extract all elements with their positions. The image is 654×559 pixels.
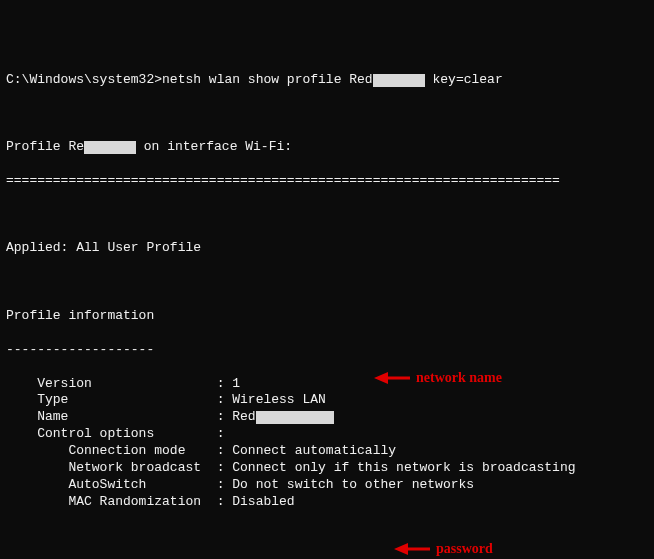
- blank: [6, 207, 648, 224]
- kv-value: 1: [232, 376, 240, 391]
- kv-label: Version :: [6, 376, 232, 391]
- annotation-label: network name: [416, 369, 502, 387]
- kv-value: Connect only if this network is broadcas…: [232, 460, 575, 475]
- kv-row: Version : 1: [6, 376, 648, 393]
- kv-label: Name :: [6, 409, 232, 424]
- kv-row: Name : Red: [6, 409, 648, 426]
- blank: [6, 105, 648, 122]
- kv-label: AutoSwitch :: [6, 477, 232, 492]
- kv-row: Control options :: [6, 426, 648, 443]
- redacted-block: [84, 141, 136, 154]
- kv-label: Network broadcast :: [6, 460, 232, 475]
- kv-value: Do not switch to other networks: [232, 477, 474, 492]
- cmd-suffix: key=clear: [425, 72, 503, 87]
- redacted-block: [256, 411, 334, 424]
- kv-value: Red: [232, 409, 255, 424]
- kv-row: Network broadcast : Connect only if this…: [6, 460, 648, 477]
- kv-label: MAC Randomization :: [6, 494, 232, 509]
- kv-label: Control options :: [6, 426, 232, 441]
- profile-suffix: on interface Wi-Fi:: [136, 139, 292, 154]
- annotation-label: password: [436, 540, 493, 558]
- cmd-prefix: netsh wlan show profile Red: [162, 72, 373, 87]
- annotation-network-name: network name: [374, 369, 502, 387]
- arrow-left-icon: [394, 541, 430, 557]
- kv-row: Type : Wireless LAN: [6, 392, 648, 409]
- kv-row: MAC Randomization : Disabled: [6, 494, 648, 511]
- profile-prefix: Profile Re: [6, 139, 84, 154]
- kv-label: Connection mode :: [6, 443, 232, 458]
- profile-rows: Version : 1 Type : Wireless LAN Name : R…: [6, 376, 648, 511]
- prompt-path: C:\Windows\system32>: [6, 72, 162, 87]
- blank: [6, 274, 648, 291]
- kv-value: Connect automatically: [232, 443, 396, 458]
- kv-value: Wireless LAN: [232, 392, 326, 407]
- section-dash: -------------------: [6, 342, 648, 359]
- kv-value: Disabled: [232, 494, 294, 509]
- applied: Applied: All User Profile: [6, 240, 648, 257]
- kv-label: Type :: [6, 392, 232, 407]
- arrow-left-icon: [374, 370, 410, 386]
- kv-row: AutoSwitch : Do not switch to other netw…: [6, 477, 648, 494]
- redacted-block: [373, 74, 425, 87]
- section-title: Profile information: [6, 308, 648, 325]
- annotation-password: password: [394, 540, 493, 558]
- separator: ========================================…: [6, 173, 648, 190]
- cmd-line: C:\Windows\system32>netsh wlan show prof…: [6, 72, 648, 89]
- profile-header: Profile Re on interface Wi-Fi:: [6, 139, 648, 156]
- blank: [6, 528, 648, 545]
- kv-row: Connection mode : Connect automatically: [6, 443, 648, 460]
